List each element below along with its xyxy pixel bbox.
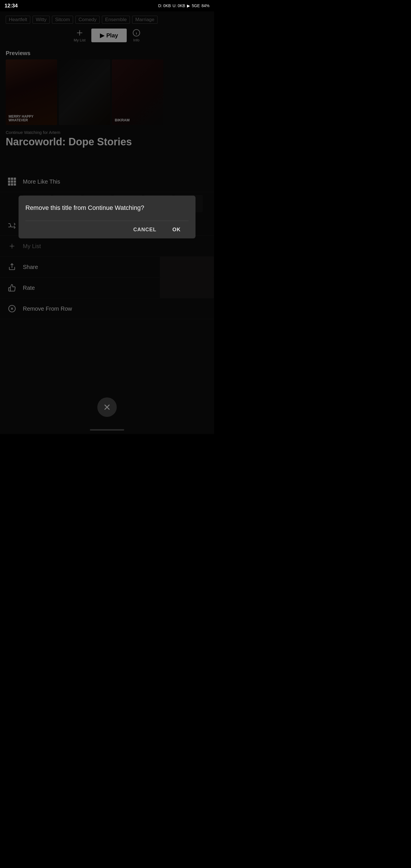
battery-icon: 84% [201,3,210,8]
dialog-buttons: CANCEL OK [25,221,189,239]
ok-button[interactable]: OK [164,221,189,239]
cancel-button[interactable]: CANCEL [125,221,164,239]
status-bar: 12:34 D: 0KB U: 0KB ▶ 5GE 84% [0,0,214,11]
bluetooth-icon: ▶ [187,3,190,8]
status-time: 12:34 [5,3,18,9]
confirm-dialog: Remove this title from Continue Watching… [19,195,195,239]
signal-icon: 5GE [192,3,200,8]
dialog-message: Remove this title from Continue Watching… [25,204,189,212]
dialog-overlay: Remove this title from Continue Watching… [0,0,214,434]
status-data-up: U: 0KB [173,3,185,8]
status-data-left: D: 0KB [158,3,171,8]
status-icons: D: 0KB U: 0KB ▶ 5GE 84% [158,3,210,8]
